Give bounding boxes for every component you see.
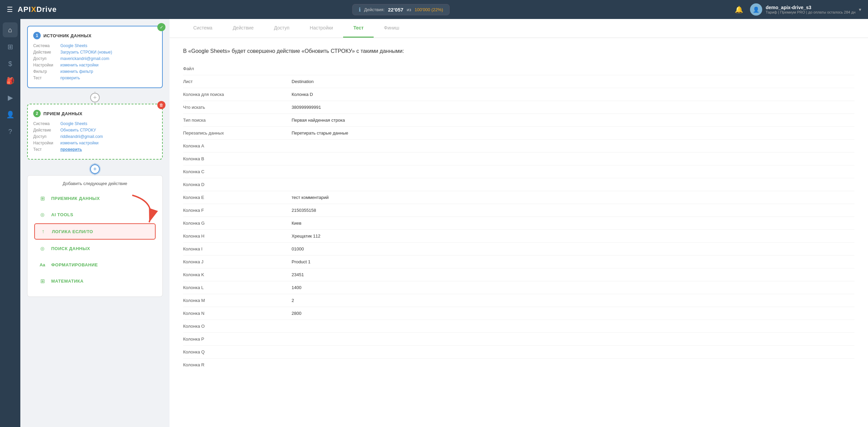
aitools-icon: ◎ bbox=[38, 210, 47, 219]
table-row: Колонка C bbox=[183, 165, 854, 178]
logo: ☰ APIXDrive bbox=[7, 5, 57, 14]
row-value bbox=[292, 152, 854, 165]
table-row: Перезапись данных Перетирать старые данн… bbox=[183, 127, 854, 140]
content-area: В «Google Sheets» будет совершено действ… bbox=[170, 38, 868, 381]
right-panel: Система Действие Доступ Настройки Тест Ф… bbox=[170, 19, 868, 427]
table-row: Колонка I 01000 bbox=[183, 243, 854, 256]
actions-limit: 100'000 (22%) bbox=[415, 7, 443, 12]
user-sub: Тариф | Премиум PRO | до оплаты осталось… bbox=[766, 10, 855, 14]
bell-icon[interactable]: 🔔 bbox=[735, 5, 743, 14]
row-value: Колонка D bbox=[292, 88, 854, 101]
row-value: 2800 bbox=[292, 307, 854, 320]
receiver-value-sistema[interactable]: Google Sheets bbox=[60, 121, 87, 126]
sidebar-item-home[interactable]: ⌂ bbox=[3, 22, 18, 37]
table-row: Колонка для поиска Колонка D bbox=[183, 88, 854, 101]
sidebar-item-dollar[interactable]: $ bbox=[3, 56, 18, 71]
row-value: Первая найденная строка bbox=[292, 114, 854, 127]
source-value-test[interactable]: проверить bbox=[60, 76, 80, 80]
actions-count: 22'057 bbox=[388, 7, 403, 13]
logo-text: APIXDrive bbox=[18, 5, 57, 14]
action-label-aitools: AI TOOLS bbox=[51, 212, 73, 217]
receiver-label-sistema: Система bbox=[33, 121, 60, 126]
connector-plus-2[interactable]: + bbox=[90, 164, 100, 174]
tab-deystvie[interactable]: Действие bbox=[222, 19, 264, 38]
sidebar-item-bag[interactable]: 🎒 bbox=[3, 73, 18, 88]
action-label-format: ФОРМАТИРОВАНИЕ bbox=[51, 262, 98, 267]
logo-api: API bbox=[18, 5, 31, 14]
row-label: Колонка G bbox=[183, 217, 292, 230]
source-value-filter[interactable]: изменить фильтр bbox=[60, 69, 93, 74]
logo-x: X bbox=[31, 5, 37, 14]
tab-sistema[interactable]: Система bbox=[183, 19, 222, 38]
source-value-access[interactable]: maverickandrii@gmail.com bbox=[60, 56, 109, 61]
user-name: demo_apix-drive_s3 bbox=[766, 5, 855, 10]
source-value-sistema[interactable]: Google Sheets bbox=[60, 43, 87, 48]
receiver-row-access: Доступ riddleandrii@gmail.com bbox=[33, 134, 157, 139]
receiver-trash-badge[interactable]: 🗑 bbox=[157, 101, 165, 109]
sidebar-item-grid[interactable]: ⊞ bbox=[3, 39, 18, 54]
source-value-action[interactable]: Загрузить СТРОКИ (новые) bbox=[60, 50, 112, 55]
action-label-math: МАТЕМАТИКА bbox=[51, 279, 83, 284]
row-label: Колонка C bbox=[183, 165, 292, 178]
main-layout: ✓ 1 ИСТОЧНИК ДАННЫХ Система Google Sheet… bbox=[20, 19, 868, 427]
action-item-format[interactable]: Aa ФОРМАТИРОВАНИЕ bbox=[34, 257, 156, 272]
row-label: Что искать bbox=[183, 101, 292, 114]
action-item-receiver[interactable]: ⊞ ПРИЕМНИК ДАННЫХ bbox=[34, 191, 156, 206]
chevron-down-icon[interactable]: ▾ bbox=[859, 7, 861, 12]
search-icon: ◎ bbox=[38, 244, 47, 253]
avatar: 👤 bbox=[750, 3, 762, 16]
receiver-block-title: ПРИЕМ ДАННЫХ bbox=[43, 111, 82, 116]
connector-1: + bbox=[27, 92, 163, 104]
content-title: В «Google Sheets» будет совершено действ… bbox=[183, 48, 854, 54]
row-value bbox=[292, 165, 854, 178]
row-value bbox=[292, 333, 854, 346]
tab-dostup[interactable]: Доступ bbox=[264, 19, 300, 38]
action-label-search: ПОИСК ДАННЫХ bbox=[51, 246, 90, 251]
receiver-value-action[interactable]: Обновить СТРОКУ bbox=[60, 128, 96, 133]
tab-finish[interactable]: Финиш bbox=[374, 19, 409, 38]
add-action-title: Добавить следующее действие bbox=[34, 181, 156, 186]
source-row-action: Действие Загрузить СТРОКИ (новые) bbox=[33, 50, 157, 55]
action-item-aitools[interactable]: ◎ AI TOOLS bbox=[34, 207, 156, 222]
table-row: Колонка O bbox=[183, 320, 854, 333]
data-table: Файл Лист Destination Колонка для поиска… bbox=[183, 62, 854, 371]
logo-drive: Drive bbox=[36, 5, 57, 14]
row-label: Колонка N bbox=[183, 307, 292, 320]
tab-nastroyki[interactable]: Настройки bbox=[300, 19, 343, 38]
table-row: Что искать 380999999991 bbox=[183, 101, 854, 114]
source-check-badge: ✓ bbox=[157, 23, 165, 31]
receiver-value-test[interactable]: проверить bbox=[60, 147, 82, 152]
connector-plus-1[interactable]: + bbox=[90, 93, 100, 102]
menu-icon[interactable]: ☰ bbox=[7, 5, 13, 14]
row-value: Product 1 bbox=[292, 256, 854, 268]
source-label-action: Действие bbox=[33, 50, 60, 55]
action-label-receiver: ПРИЕМНИК ДАННЫХ bbox=[51, 196, 100, 201]
source-row-sistema: Система Google Sheets bbox=[33, 43, 157, 48]
user-area: 👤 demo_apix-drive_s3 Тариф | Премиум PRO… bbox=[750, 3, 861, 16]
row-value bbox=[292, 178, 854, 191]
row-label: Колонка K bbox=[183, 268, 292, 281]
receiver-value-access[interactable]: riddleandrii@gmail.com bbox=[60, 134, 103, 139]
receiver-block-header: 2 ПРИЕМ ДАННЫХ bbox=[33, 110, 157, 117]
tab-test[interactable]: Тест bbox=[343, 19, 374, 38]
source-label-sistema: Система bbox=[33, 43, 60, 48]
action-item-logic[interactable]: ↑ ЛОГИКА ЕСЛИ/ТО bbox=[34, 223, 156, 240]
receiver-label-test: Тест bbox=[33, 147, 60, 152]
sidebar-item-help[interactable]: ? bbox=[3, 124, 18, 139]
table-row: Колонка K 23451 bbox=[183, 268, 854, 281]
table-row: Колонка E тест комментарий bbox=[183, 191, 854, 204]
source-value-settings[interactable]: изменить настройки bbox=[60, 63, 98, 67]
action-item-search[interactable]: ◎ ПОИСК ДАННЫХ bbox=[34, 241, 156, 256]
row-label: Колонка H bbox=[183, 230, 292, 243]
format-icon: Aa bbox=[38, 260, 47, 269]
table-row: Колонка Q bbox=[183, 346, 854, 359]
math-icon: ⊞ bbox=[38, 276, 47, 286]
sidebar-item-user[interactable]: 👤 bbox=[3, 107, 18, 122]
actions-separator: из bbox=[407, 7, 411, 12]
row-label: Тип поиска bbox=[183, 114, 292, 127]
row-value: 23451 bbox=[292, 268, 854, 281]
action-item-math[interactable]: ⊞ МАТЕМАТИКА bbox=[34, 273, 156, 288]
receiver-value-settings[interactable]: изменить настройки bbox=[60, 141, 98, 145]
source-row-settings: Настройки изменить настройки bbox=[33, 63, 157, 67]
sidebar-item-play[interactable]: ▶ bbox=[3, 90, 18, 105]
